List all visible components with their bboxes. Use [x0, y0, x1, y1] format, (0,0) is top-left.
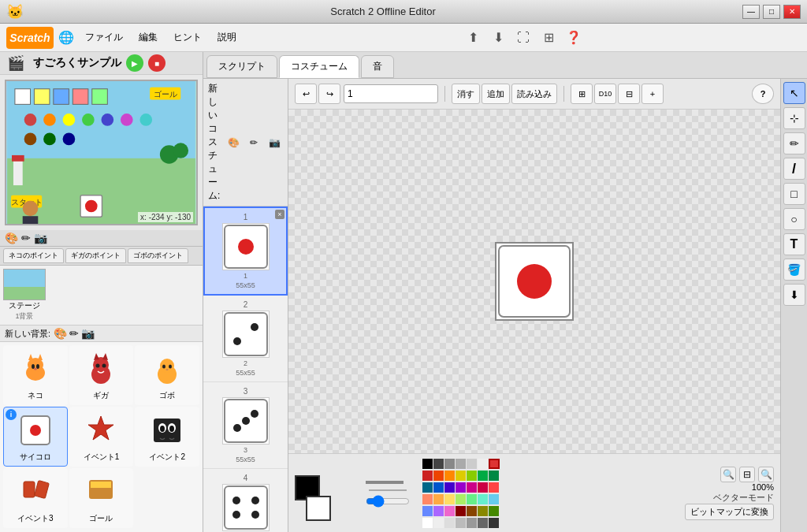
- color-white[interactable]: [422, 518, 433, 528]
- sprite-item-event3[interactable]: イベント3: [3, 468, 68, 528]
- minimize-button[interactable]: —: [742, 5, 760, 19]
- download-icon[interactable]: ⬇: [489, 28, 508, 47]
- costume-item-4[interactable]: 4 4 55x55: [203, 469, 288, 532]
- menu-edit[interactable]: 編集: [132, 28, 164, 47]
- close-button[interactable]: ✕: [783, 5, 801, 19]
- new-costume-edit-btn[interactable]: ✏: [245, 134, 262, 151]
- paint-sprite-btn[interactable]: 🎨: [5, 232, 18, 244]
- menu-help[interactable]: 説明: [211, 28, 243, 47]
- help-btn[interactable]: ?: [752, 84, 774, 104]
- secondary-color[interactable]: [306, 496, 331, 521]
- color-r24[interactable]: [444, 506, 455, 516]
- stroke-thickness-slider[interactable]: [366, 495, 410, 508]
- color-near-white2[interactable]: [444, 518, 455, 528]
- color-r7[interactable]: [489, 471, 499, 481]
- edit-bg-btn[interactable]: ✏: [69, 327, 79, 340]
- color-r23[interactable]: [433, 506, 444, 516]
- color-r5[interactable]: [467, 471, 477, 481]
- import-button[interactable]: 読み込み: [511, 84, 557, 104]
- color-r8[interactable]: [422, 482, 433, 493]
- color-r18[interactable]: [456, 494, 466, 504]
- grow-btn[interactable]: +: [642, 84, 664, 104]
- zoom-icon[interactable]: ⊞: [539, 28, 558, 47]
- color-r28[interactable]: [489, 506, 499, 516]
- zoom-out-btn[interactable]: 🔍: [720, 467, 736, 482]
- rotate-btn[interactable]: ⊟: [618, 84, 640, 104]
- color-r26[interactable]: [467, 506, 477, 516]
- paint-bg-btn[interactable]: 🎨: [54, 327, 67, 340]
- convert-btn[interactable]: ビットマップに変換: [685, 504, 774, 520]
- tool-pencil[interactable]: ✏: [783, 132, 805, 154]
- stage-view-btn[interactable]: 🎬: [6, 54, 25, 73]
- tab-script[interactable]: スクリプト: [206, 55, 277, 78]
- stage-item[interactable]: ステージ 1背景: [3, 269, 46, 322]
- zoom-fit-btn[interactable]: ⊟: [739, 467, 755, 482]
- costume-close-1[interactable]: ×: [275, 210, 284, 219]
- color-r6[interactable]: [478, 471, 488, 481]
- sprite-item-gobo[interactable]: ゴボ: [135, 345, 199, 405]
- color-r25[interactable]: [456, 506, 466, 516]
- costume-item-3[interactable]: 3 3 55x55: [203, 382, 288, 469]
- green-flag-button[interactable]: [126, 54, 143, 72]
- new-costume-camera-btn[interactable]: 📷: [266, 134, 283, 151]
- globe-icon[interactable]: 🌐: [57, 28, 76, 47]
- color-r3[interactable]: [444, 471, 455, 481]
- color-near-gray[interactable]: [456, 518, 466, 528]
- sprite-item-giga[interactable]: ギガ: [69, 345, 134, 405]
- color-smoke[interactable]: [478, 459, 488, 469]
- new-costume-paint-btn[interactable]: 🎨: [225, 134, 242, 151]
- tool-ellipse[interactable]: ○: [783, 208, 805, 230]
- editor-canvas-area[interactable]: [288, 110, 780, 453]
- color-gray[interactable]: [444, 459, 455, 469]
- sprite-item-event2[interactable]: イベント2: [135, 407, 199, 467]
- zoom-in-btn[interactable]: 🔍: [758, 467, 774, 482]
- color-near-black[interactable]: [489, 518, 499, 528]
- costume-item-2[interactable]: 2 2 55x55: [203, 296, 288, 382]
- color-r13[interactable]: [478, 482, 488, 493]
- tool-select[interactable]: ↖: [783, 82, 805, 104]
- stroke-line-1[interactable]: [366, 481, 404, 484]
- color-r16[interactable]: [433, 494, 444, 504]
- tab-sound[interactable]: 音: [361, 55, 394, 78]
- sprite-item-goal[interactable]: ゴール: [69, 468, 134, 528]
- fullscreen-icon[interactable]: ⛶: [514, 28, 533, 47]
- sprite-item-saicoro[interactable]: i サイコロ: [3, 407, 68, 467]
- color-lightgray[interactable]: [456, 459, 466, 469]
- color-r2[interactable]: [433, 471, 444, 481]
- color-black[interactable]: [422, 459, 433, 469]
- color-mid-gray[interactable]: [467, 518, 477, 528]
- color-r10[interactable]: [444, 482, 455, 493]
- tool-line[interactable]: /: [783, 158, 805, 180]
- sprite-item-event1[interactable]: イベント1: [69, 407, 134, 467]
- tool-fill[interactable]: 🪣: [783, 259, 805, 281]
- flip-v-btn[interactable]: D10: [594, 84, 616, 104]
- color-r15[interactable]: [422, 494, 433, 504]
- color-r4[interactable]: [456, 471, 466, 481]
- color-r20[interactable]: [478, 494, 488, 504]
- color-r19[interactable]: [467, 494, 477, 504]
- color-r27[interactable]: [478, 506, 488, 516]
- camera-bg-btn[interactable]: 📷: [81, 327, 95, 340]
- question-icon[interactable]: ❓: [564, 28, 583, 47]
- color-darkgray[interactable]: [433, 459, 444, 469]
- color-r1[interactable]: [422, 471, 433, 481]
- stop-button[interactable]: [148, 54, 165, 72]
- color-near-white[interactable]: [433, 518, 444, 528]
- color-r14[interactable]: [489, 482, 499, 493]
- maximize-button[interactable]: □: [763, 5, 780, 19]
- menu-file[interactable]: ファイル: [79, 28, 129, 47]
- tool-rect[interactable]: □: [783, 183, 805, 205]
- color-r11[interactable]: [456, 482, 466, 493]
- stage-area[interactable]: ゴール スタート x: -2: [5, 80, 198, 225]
- costume-name-input[interactable]: [344, 84, 438, 103]
- upload-icon[interactable]: ⬆: [463, 28, 482, 47]
- color-r21[interactable]: [489, 494, 499, 504]
- sprite-item-neko[interactable]: ネコ: [3, 345, 68, 405]
- redo-button[interactable]: ↪: [318, 84, 340, 104]
- color-dark-mid[interactable]: [478, 518, 488, 528]
- tool-text[interactable]: T: [783, 233, 805, 255]
- color-r22[interactable]: [422, 506, 433, 516]
- tool-stamp[interactable]: ⬇: [783, 284, 805, 306]
- delete-button[interactable]: 消す: [452, 84, 480, 104]
- tab-costume[interactable]: コスチューム: [279, 55, 359, 78]
